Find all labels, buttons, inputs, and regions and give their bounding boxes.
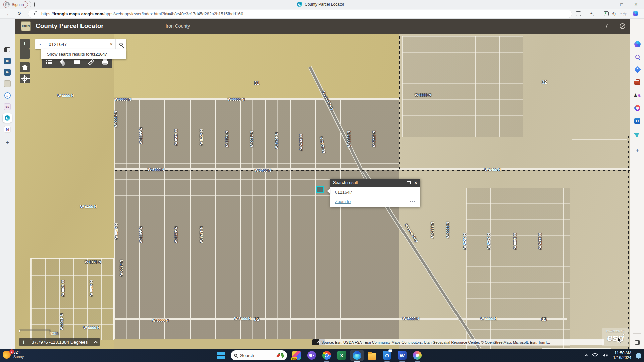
search-suggestion[interactable]: Show search results for 0121647 [41,49,126,59]
app-chrome[interactable] [320,350,333,361]
zoom-in-button[interactable]: + [20,39,30,49]
app-edge[interactable] [350,350,364,361]
app-file-explorer[interactable] [365,350,379,361]
map-street-label: N 4075 W [275,133,279,149]
minimize-button[interactable]: – [600,0,614,9]
site-arcgis-tab[interactable] [3,113,12,123]
map-street-label: W 6300 N [80,205,97,209]
back-icon[interactable]: ← [6,11,11,17]
tab-title: County Parcel Locator [305,2,344,7]
coordinate-target-icon[interactable]: ✛ [19,338,28,346]
popup-close-icon[interactable]: ✕ [414,180,418,185]
sign-in-button[interactable]: Sign in [3,1,28,8]
sign-in-label: Sign in [12,2,24,7]
url-bar[interactable]: https://irongis.maps.arcgis.com/apps/web… [28,10,572,18]
map-street-label: 05 [541,317,547,322]
popup-header[interactable]: Search result ✕ [330,179,420,187]
map-street-label: N 4275 W [199,129,203,146]
taskbar-clock[interactable]: 11:50 AM 1/16/2024 [613,351,631,360]
games-sidebar-icon[interactable]: ♟♞ [630,90,644,100]
esri-logo: POWERED BY esri [602,328,629,346]
measure-icon [88,59,94,65]
site-info-lock-icon[interactable] [34,13,37,15]
customize-sidebar-plus-icon[interactable]: + [630,145,644,156]
my-location-button[interactable] [20,74,30,83]
app-clipchamp[interactable] [305,350,318,361]
header-overview-icon[interactable] [620,23,625,29]
map-large-parcel-outline-2 [572,101,627,140]
zoom-out-button[interactable]: − [20,49,30,59]
map-street-label: N 4700 W [60,314,64,330]
app-premiere[interactable]: PRE [290,350,303,361]
outlook-sidebar-icon[interactable]: O [630,116,644,126]
browser-essentials-icon[interactable] [604,11,609,16]
search-clear-icon[interactable]: ✕ [107,42,115,47]
map-street-label: N 4350 W [174,129,178,146]
site-8i-tab-1[interactable]: 8i [3,56,12,66]
workspaces-icon[interactable] [30,2,35,7]
search-source-dropdown[interactable]: ▾ [35,39,45,49]
active-tab[interactable]: County Parcel Locator [297,2,344,7]
tab-actions-icon[interactable] [3,45,12,54]
close-button[interactable]: ✕ [629,0,643,9]
notifications-bell-icon[interactable] [636,353,641,358]
collections-icon[interactable] [590,12,594,16]
map-street-label: N 4100 W [250,131,254,147]
popup-more-actions[interactable]: ••• [410,200,416,204]
map-street-label: W 6600 N [115,97,131,101]
site-home-tab[interactable]: ⌂ [3,90,12,100]
site-map-tab[interactable] [3,79,12,88]
taskbar-search-box[interactable]: Search [231,350,287,360]
site-8i-tab-2[interactable]: 8i [3,68,12,77]
weather-temp: 32°F [13,350,24,355]
shopping-sidebar-icon[interactable] [630,64,644,74]
map-street-label: N 4700 W [61,280,65,297]
app-outlook[interactable]: O [380,350,394,361]
copilot-icon[interactable] [633,11,638,16]
search-sidebar-icon[interactable] [630,52,644,62]
map-parcel-grid-topright [402,36,523,137]
sidebar-panel-icon[interactable] [630,337,644,347]
popup-maximize-icon[interactable] [407,181,411,184]
coordinate-expand-button[interactable] [91,338,100,346]
map-canvas[interactable]: 31320505W 6600 NW 6600 NW 6600 NW 6600 N… [15,34,630,349]
tools-sidebar-icon[interactable] [630,77,644,87]
zoom-to-link[interactable]: Zoom to [335,199,410,204]
map-street-label: W 6000 N [234,317,251,321]
refresh-icon[interactable]: ⟳ [16,11,22,16]
split-screen-icon[interactable] [576,11,581,16]
highlighted-parcel[interactable] [316,186,324,193]
site-n-tab[interactable]: N [3,125,12,134]
search-input[interactable]: 0121647 [45,42,107,47]
map-open-desert-top [114,34,399,99]
read-aloud-icon[interactable]: A) [612,12,618,18]
header-select-tools-icon[interactable] [605,24,613,28]
home-extent-button[interactable] [20,62,30,72]
tray-chevron-icon[interactable] [585,354,587,357]
search-submit-button[interactable] [115,39,126,49]
map-street-label: N 4500 W [114,111,118,127]
search-highlight-pepper-icon [276,353,281,358]
map-street-label: W 6175 N [85,260,101,264]
arcgis-favicon [297,2,302,7]
app-paint[interactable] [411,350,424,361]
settings-more-icon[interactable]: … [619,10,625,16]
map-street-label: N 4500 W [119,260,123,277]
app-header: IRON County Parcel Locator Iron County [15,19,630,34]
map-street-label: 31 [254,80,259,86]
clock-time: 11:50 AM [613,351,631,355]
new-tab-button[interactable]: + [0,139,15,146]
m365-sidebar-icon[interactable] [630,103,644,113]
drop-sidebar-icon[interactable] [630,129,644,139]
site-sp-tab[interactable]: Sp [3,102,12,111]
start-button[interactable] [217,352,225,359]
weather-widget[interactable]: 1 32°F Sunny [3,350,24,359]
tabstrip-divider [3,137,11,137]
app-word[interactable]: W [395,350,409,361]
volume-icon[interactable] [603,353,609,358]
copilot-sidebar-icon[interactable] [630,39,644,49]
map-street-label: N 3600 W [446,222,450,238]
app-excel[interactable]: X [335,350,348,361]
restore-button[interactable]: ▢ [614,0,629,9]
wifi-icon[interactable] [592,353,598,358]
